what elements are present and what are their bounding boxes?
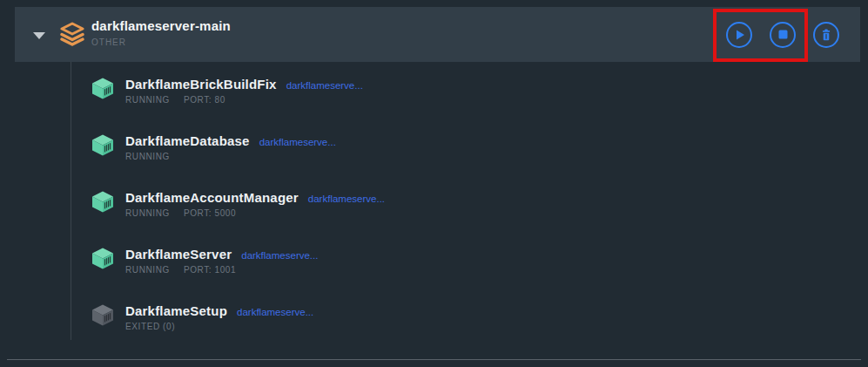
container-name: DarkflameAccountManager xyxy=(125,190,299,206)
stack-title-block: darkflameserver-main OTHER xyxy=(91,17,231,47)
container-row: DarkflameAccountManager darkflameserve..… xyxy=(0,175,868,232)
stack-actions xyxy=(726,22,839,48)
container-port: PORT: 5000 xyxy=(184,208,236,218)
container-name: DarkflameDatabase xyxy=(125,133,250,149)
play-icon xyxy=(734,30,745,40)
container-row: DarkflameServer darkflameserve... RUNNIN… xyxy=(0,232,868,289)
container-box-icon xyxy=(91,304,114,330)
container-box-icon xyxy=(91,78,114,103)
container-name: DarkflameBrickBuildFix xyxy=(125,77,277,92)
container-list: DarkflameBrickBuildFix darkflameserve...… xyxy=(0,62,868,345)
container-status: RUNNING xyxy=(125,95,170,105)
container-text-block: DarkflameServer darkflameserve... RUNNIN… xyxy=(125,247,318,275)
container-port: PORT: 1001 xyxy=(184,265,236,275)
container-row: DarkflameBrickBuildFix darkflameserve...… xyxy=(0,62,868,119)
container-link[interactable]: darkflameserve... xyxy=(286,80,363,91)
container-status: RUNNING xyxy=(125,152,170,161)
container-row: DarkflameSetup darkflameserve... EXITED … xyxy=(0,289,868,345)
container-status: RUNNING xyxy=(125,265,170,275)
stack-name: darkflameserver-main xyxy=(91,17,231,34)
container-box-icon xyxy=(91,134,114,160)
container-link[interactable]: darkflameserve... xyxy=(237,307,313,317)
container-status: RUNNING xyxy=(125,208,170,218)
container-row: DarkflameDatabase darkflameserve... RUNN… xyxy=(0,119,868,175)
container-port: PORT: 80 xyxy=(184,95,225,105)
delete-button[interactable] xyxy=(813,22,839,48)
container-name: DarkflameServer xyxy=(125,247,232,262)
stack-header[interactable]: darkflameserver-main OTHER xyxy=(15,7,860,62)
container-text-block: DarkflameDatabase darkflameserve... RUNN… xyxy=(125,133,336,161)
container-name: DarkflameSetup xyxy=(125,303,227,319)
stack-layers-icon xyxy=(60,22,84,50)
container-link[interactable]: darkflameserve... xyxy=(241,250,318,261)
container-box-icon xyxy=(91,191,114,216)
container-text-block: DarkflameBrickBuildFix darkflameserve...… xyxy=(125,77,363,105)
container-text-block: DarkflameSetup darkflameserve... EXITED … xyxy=(125,303,313,331)
stack-type-label: OTHER xyxy=(91,37,231,47)
stop-button[interactable] xyxy=(770,22,796,48)
container-text-block: DarkflameAccountManager darkflameserve..… xyxy=(125,190,385,218)
container-box-icon xyxy=(91,248,114,273)
stop-icon xyxy=(778,30,788,39)
trash-icon xyxy=(820,29,832,41)
container-link[interactable]: darkflameserve... xyxy=(308,194,385,204)
collapse-caret-icon[interactable] xyxy=(33,32,45,39)
start-button[interactable] xyxy=(726,22,752,48)
bottom-divider xyxy=(7,359,861,360)
container-link[interactable]: darkflameserve... xyxy=(259,137,336,147)
container-status: EXITED (0) xyxy=(125,322,175,331)
